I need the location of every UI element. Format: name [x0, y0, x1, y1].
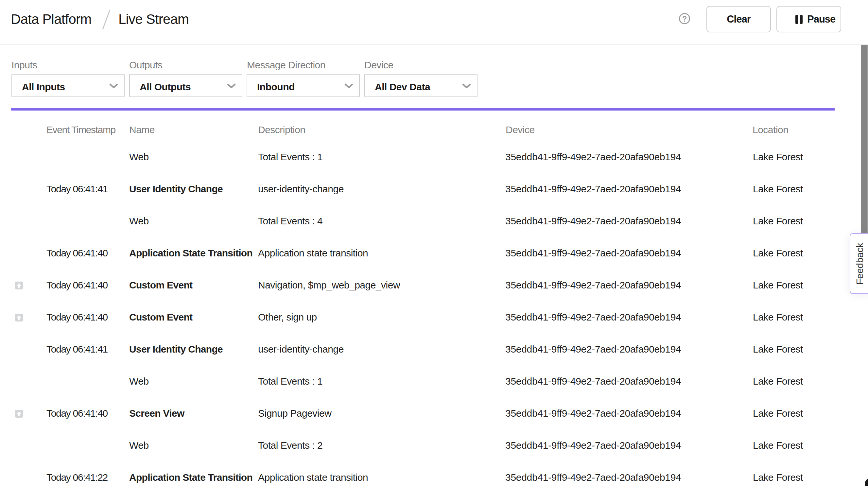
svg-text:?: ?	[682, 14, 687, 23]
